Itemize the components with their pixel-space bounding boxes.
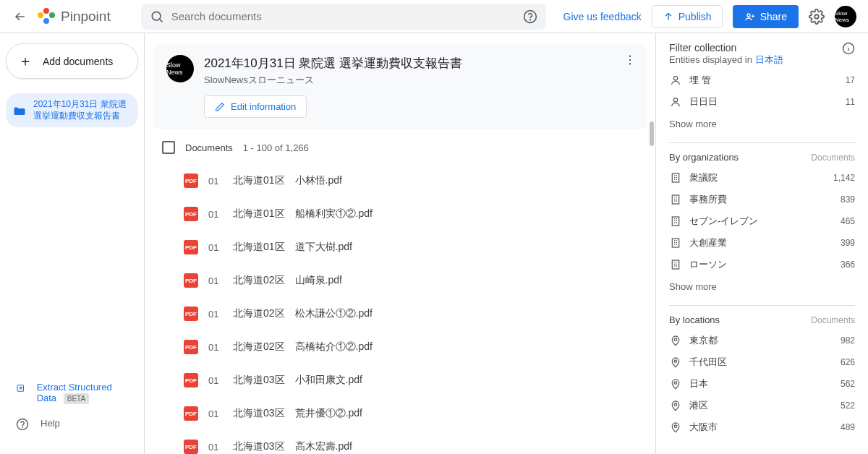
scrollbar-thumb[interactable] (650, 121, 654, 146)
doc-index: 01 (208, 342, 223, 353)
document-row[interactable]: PDF01北海道03区高木宏壽.pdf (145, 430, 655, 454)
document-row[interactable]: PDF01北海道03区小和田康文.pdf (145, 364, 655, 397)
feedback-link[interactable]: Give us feedback (563, 11, 642, 22)
filter-organization[interactable]: 大創産業399 (669, 232, 855, 254)
collection-more-button[interactable] (624, 53, 637, 67)
help-icon (16, 418, 29, 431)
filter-count: 562 (841, 379, 855, 389)
filter-name: 事務所費 (689, 193, 833, 206)
settings-button[interactable] (809, 9, 825, 25)
document-row[interactable]: PDF01北海道02区松木謙公①②.pdf (145, 297, 655, 330)
filter-location[interactable]: 港区522 (669, 395, 855, 416)
svg-point-0 (152, 12, 161, 20)
doc-name: 北海道02区松木謙公①②.pdf (233, 307, 373, 320)
filter-person[interactable]: 埋 管17 (669, 69, 855, 91)
doc-name: 北海道02区山崎泉.pdf (233, 274, 342, 287)
user-avatar[interactable]: Slow News (835, 6, 856, 27)
back-button[interactable] (12, 8, 29, 25)
app-header: Pinpoint Give us feedback Publish Share … (0, 0, 868, 33)
select-all-checkbox[interactable] (162, 141, 175, 154)
document-row[interactable]: PDF01北海道02区高橋祐介①②.pdf (145, 330, 655, 364)
collection-chip[interactable]: 2021年10月31日 衆院選 選挙運動費収支報告書 (6, 93, 138, 127)
doc-index: 01 (208, 176, 223, 187)
building-icon (669, 172, 682, 184)
svg-point-13 (673, 98, 677, 102)
back-arrow-icon (13, 9, 27, 24)
svg-point-2 (529, 19, 530, 20)
document-row[interactable]: PDF01北海道02区山崎泉.pdf (145, 264, 655, 297)
document-row[interactable]: PDF01北海道01区小林悟.pdf (145, 164, 655, 197)
filter-name: ローソン (689, 258, 833, 271)
pdf-icon: PDF (184, 174, 198, 188)
document-row[interactable]: PDF01北海道01区道下大樹.pdf (145, 231, 655, 264)
building-icon (669, 194, 682, 205)
info-icon[interactable] (842, 42, 855, 55)
doc-name: 北海道02区高橋祐介①②.pdf (233, 340, 373, 354)
collection-subtitle: SlowNewsスローニュース (204, 74, 634, 87)
documents-header-label: Documents (185, 142, 233, 153)
document-row[interactable]: PDF01北海道03区荒井優①②.pdf (145, 397, 655, 430)
search-help-icon[interactable] (523, 9, 537, 24)
doc-index: 01 (208, 275, 223, 286)
app-logo[interactable]: Pinpoint (38, 8, 111, 25)
search-input[interactable] (171, 10, 516, 22)
svg-point-6 (17, 419, 28, 430)
collection-avatar: Slow News (166, 55, 194, 82)
filter-name: セブン-イレブン (689, 215, 833, 228)
document-row[interactable]: PDF01北海道01区船橋利実①②.pdf (145, 197, 655, 231)
filter-organization[interactable]: 事務所費839 (669, 189, 855, 210)
search-bar[interactable] (141, 4, 546, 30)
edit-info-button[interactable]: Edit information (204, 95, 307, 118)
filter-count: 626 (841, 357, 855, 367)
publish-button[interactable]: Publish (652, 5, 723, 28)
sidebar: ＋ Add documents 2021年10月31日 衆院選 選挙運動費収支報… (0, 33, 145, 454)
persons-show-more[interactable]: Show more (669, 113, 855, 140)
pdf-icon: PDF (184, 240, 198, 254)
svg-rect-17 (672, 239, 678, 247)
filter-location[interactable]: 千代田区626 (669, 351, 855, 373)
organizations-list: 衆議院1,142事務所費839セブン-イレブン465大創産業399ローソン366 (669, 167, 855, 275)
scrollbar-track[interactable] (648, 121, 655, 454)
plus-icon: ＋ (18, 51, 33, 71)
filter-organization[interactable]: ローソン366 (669, 254, 855, 275)
filter-location[interactable]: 日本562 (669, 373, 855, 395)
filter-person[interactable]: 日日日11 (669, 91, 855, 113)
filter-location[interactable]: 大阪市489 (669, 416, 855, 438)
doc-index: 01 (208, 442, 223, 453)
organizations-header: By organizations Documents (669, 152, 855, 167)
filter-organization[interactable]: 衆議院1,142 (669, 167, 855, 189)
share-icon (744, 11, 756, 22)
pdf-icon: PDF (184, 207, 198, 221)
pdf-icon: PDF (184, 340, 198, 354)
building-icon (669, 215, 682, 227)
orgs-show-more[interactable]: Show more (669, 275, 855, 302)
filter-count: 982 (841, 335, 855, 346)
filter-name: 日本 (689, 377, 833, 390)
collection-header: Slow News 2021年10月31日 衆院選 選挙運動費収支報告書 Slo… (153, 43, 647, 129)
doc-index: 01 (208, 375, 223, 386)
filter-language-link[interactable]: 日本語 (755, 54, 783, 65)
loc-header-label: By locations (669, 314, 720, 325)
doc-name: 北海道03区小和田康文.pdf (233, 374, 362, 387)
filter-organization[interactable]: セブン-イレブン465 (669, 210, 855, 232)
filter-count: 399 (841, 238, 855, 248)
doc-index: 01 (208, 209, 223, 220)
share-button[interactable]: Share (733, 5, 799, 28)
pin-icon (669, 335, 682, 346)
svg-point-22 (674, 403, 676, 406)
add-documents-button[interactable]: ＋ Add documents (6, 43, 138, 79)
org-doc-label: Documents (811, 153, 855, 163)
filter-count: 1,142 (833, 173, 855, 183)
app-name: Pinpoint (61, 9, 111, 25)
doc-name: 北海道01区船橋利実①②.pdf (233, 207, 373, 220)
filter-location[interactable]: 東京都982 (669, 330, 855, 351)
filter-name: 大創産業 (689, 236, 833, 249)
main-content: Slow News 2021年10月31日 衆院選 選挙運動費収支報告書 Slo… (145, 33, 655, 454)
person-icon (669, 74, 682, 86)
help-link[interactable]: Help (12, 411, 132, 438)
locations-header: By locations Documents (669, 314, 855, 330)
persons-list: 埋 管17日日日11 (669, 69, 855, 113)
documents-range: 1 - 100 of 1,266 (243, 142, 309, 153)
filter-subtitle: Entities displayed in 日本語 (669, 53, 783, 67)
extract-data-link[interactable]: Extract Structured Data BETA (12, 374, 132, 411)
